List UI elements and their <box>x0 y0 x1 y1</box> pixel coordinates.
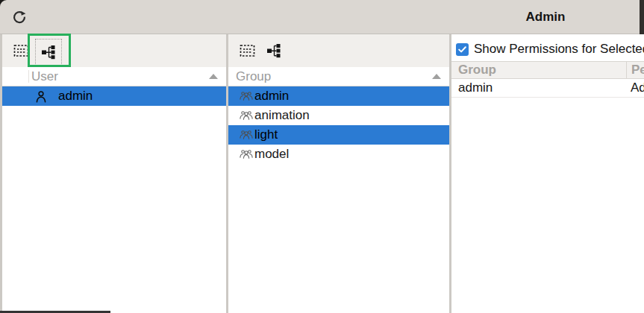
show-permissions-checkbox[interactable]: Show Permissions for Selected Groups <box>456 40 644 58</box>
group-row-label: model <box>254 147 289 162</box>
group-row-label: animation <box>254 108 310 123</box>
select-items-icon <box>13 43 29 58</box>
group-row-label: light <box>254 127 278 142</box>
permissions-panel: Show Permissions for Selected Groups Gro… <box>451 34 644 313</box>
select-users-button[interactable] <box>10 40 32 61</box>
group-row-label: admin <box>254 89 289 104</box>
assign-user-to-groups-button[interactable] <box>35 39 62 66</box>
sort-ascending-icon[interactable] <box>432 74 441 79</box>
refresh-button[interactable] <box>6 4 33 30</box>
page-title: Admin <box>451 0 640 34</box>
group-people-icon <box>240 149 253 159</box>
group-people-icon <box>240 130 253 140</box>
org-tree-icon <box>266 42 282 59</box>
titlebar: Admin <box>0 0 640 34</box>
user-panel: User admin <box>2 34 226 313</box>
group-column-header[interactable]: Group <box>228 67 449 86</box>
group-people-icon <box>240 110 253 121</box>
checkbox-label: Show Permissions for Selected Groups <box>474 42 644 57</box>
permissions-col-group[interactable]: Group <box>451 63 626 78</box>
header-column-divider <box>28 70 29 83</box>
permission-group-cell: admin <box>451 80 626 95</box>
permission-value-cell: Admin <box>626 79 644 97</box>
permissions-col-permissions[interactable]: Permissions <box>626 62 644 78</box>
group-row-light[interactable]: light <box>228 125 449 145</box>
group-row-model[interactable]: model <box>228 145 449 164</box>
permissions-row-admin[interactable]: admin Admin <box>451 79 644 98</box>
user-column-header[interactable]: User <box>2 67 226 86</box>
group-people-icon <box>240 91 253 101</box>
select-groups-button[interactable] <box>236 40 258 61</box>
user-row-admin[interactable]: admin <box>2 86 226 106</box>
user-row-label: admin <box>58 89 93 104</box>
app-window: Admin User <box>0 0 644 313</box>
sort-ascending-icon[interactable] <box>209 74 218 79</box>
group-row-admin[interactable]: admin <box>228 86 449 106</box>
org-tree-icon <box>40 44 57 60</box>
window-right-edge <box>640 0 644 35</box>
permissions-table-header: Group Permissions <box>451 61 644 79</box>
group-row-animation[interactable]: animation <box>228 106 449 125</box>
assign-groups-button[interactable] <box>263 40 285 61</box>
select-items-icon <box>240 43 255 58</box>
checkbox-checked[interactable] <box>456 43 469 56</box>
person-icon <box>35 90 47 103</box>
checkmark-icon <box>458 46 466 53</box>
group-panel: Group admin <box>228 34 449 313</box>
refresh-icon <box>11 9 28 25</box>
user-column-label: User <box>31 69 58 84</box>
group-column-label: Group <box>236 69 271 84</box>
